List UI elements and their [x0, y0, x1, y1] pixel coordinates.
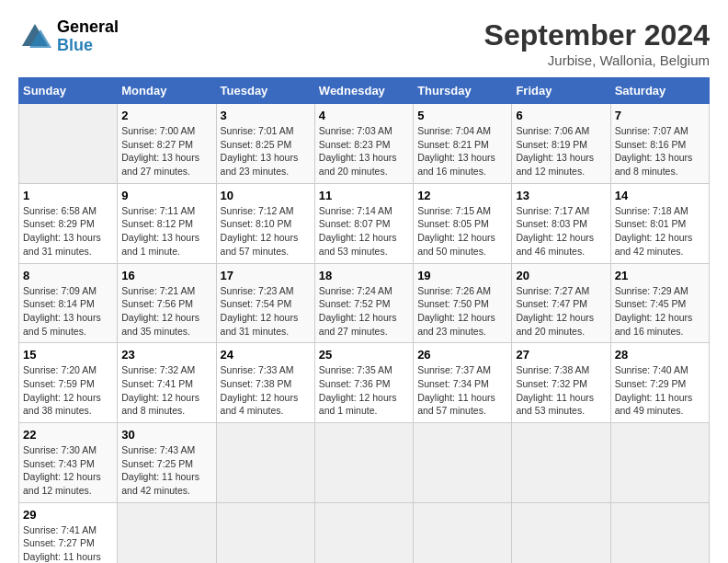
day-info: Sunrise: 7:06 AMSunset: 8:19 PMDaylight:… [516, 124, 606, 178]
day-number: 28 [615, 348, 705, 362]
day-number: 29 [23, 508, 113, 522]
day-info: Sunrise: 7:12 AMSunset: 8:10 PMDaylight:… [221, 204, 311, 259]
day-number: 23 [121, 348, 211, 362]
day-number: 14 [615, 189, 705, 202]
calendar-cell: 18Sunrise: 7:24 AMSunset: 7:52 PMDayligh… [314, 263, 413, 343]
day-number: 18 [319, 269, 409, 282]
calendar-cell: 5Sunrise: 7:04 AMSunset: 8:21 PMDaylight… [414, 104, 512, 184]
calendar-cell: 6Sunrise: 7:06 AMSunset: 8:19 PMDaylight… [512, 104, 610, 184]
calendar-cell: 8Sunrise: 7:09 AMSunset: 8:14 PMDaylight… [19, 263, 118, 343]
calendar-cell: 16Sunrise: 7:21 AMSunset: 7:56 PMDayligh… [118, 263, 216, 343]
logo-line2: Blue [57, 37, 119, 55]
logo-text: General Blue [57, 18, 119, 55]
day-info: Sunrise: 7:09 AMSunset: 8:14 PMDaylight:… [23, 284, 113, 339]
calendar-cell: 15Sunrise: 7:20 AMSunset: 7:59 PMDayligh… [19, 343, 118, 423]
calendar-cell [314, 502, 413, 563]
week-row-6: 29Sunrise: 7:41 AMSunset: 7:27 PMDayligh… [19, 502, 710, 563]
day-info: Sunrise: 7:35 AMSunset: 7:36 PMDaylight:… [319, 363, 409, 418]
day-info: Sunrise: 7:15 AMSunset: 8:05 PMDaylight:… [417, 204, 507, 259]
calendar-cell: 1Sunrise: 6:58 AMSunset: 8:29 PMDaylight… [19, 183, 118, 263]
day-header-tuesday: Tuesday [216, 78, 314, 104]
day-number: 16 [121, 269, 211, 282]
day-number: 3 [221, 109, 311, 122]
day-info: Sunrise: 7:40 AMSunset: 7:29 PMDaylight:… [615, 363, 705, 418]
day-number: 7 [615, 109, 705, 122]
header: General Blue September 2024 Jurbise, Wal… [18, 18, 710, 68]
calendar-cell [19, 104, 118, 184]
day-number: 30 [121, 428, 211, 442]
day-number: 4 [319, 109, 409, 122]
calendar-cell: 13Sunrise: 7:17 AMSunset: 8:03 PMDayligh… [512, 183, 610, 263]
day-number: 27 [516, 348, 606, 362]
day-info: Sunrise: 7:00 AMSunset: 8:27 PMDaylight:… [121, 124, 211, 178]
day-info: Sunrise: 7:17 AMSunset: 8:03 PMDaylight:… [516, 204, 606, 259]
calendar-cell: 14Sunrise: 7:18 AMSunset: 8:01 PMDayligh… [610, 183, 709, 263]
day-info: Sunrise: 7:18 AMSunset: 8:01 PMDaylight:… [615, 204, 705, 259]
calendar-cell [512, 502, 610, 563]
day-info: Sunrise: 7:29 AMSunset: 7:45 PMDaylight:… [615, 284, 705, 339]
week-row-5: 22Sunrise: 7:30 AMSunset: 7:43 PMDayligh… [19, 423, 710, 503]
logo-line1: General [57, 18, 119, 37]
week-row-3: 8Sunrise: 7:09 AMSunset: 8:14 PMDaylight… [19, 263, 710, 343]
day-number: 13 [516, 189, 606, 202]
day-header-monday: Monday [118, 78, 216, 104]
logo-icon [18, 20, 51, 53]
days-header-row: SundayMondayTuesdayWednesdayThursdayFrid… [19, 78, 710, 104]
calendar-cell [610, 423, 709, 503]
calendar-cell [216, 423, 314, 503]
calendar-cell: 23Sunrise: 7:32 AMSunset: 7:41 PMDayligh… [118, 343, 216, 423]
day-info: Sunrise: 7:33 AMSunset: 7:38 PMDaylight:… [221, 363, 311, 418]
week-row-4: 15Sunrise: 7:20 AMSunset: 7:59 PMDayligh… [19, 343, 710, 423]
day-number: 6 [516, 109, 606, 122]
day-info: Sunrise: 7:41 AMSunset: 7:27 PMDaylight:… [23, 523, 113, 563]
day-number: 15 [23, 348, 113, 362]
calendar-cell [610, 502, 709, 563]
day-info: Sunrise: 7:37 AMSunset: 7:34 PMDaylight:… [417, 363, 507, 418]
calendar-cell: 21Sunrise: 7:29 AMSunset: 7:45 PMDayligh… [610, 263, 709, 343]
day-info: Sunrise: 7:20 AMSunset: 7:59 PMDaylight:… [23, 363, 113, 418]
day-number: 5 [417, 109, 507, 122]
week-row-1: 2Sunrise: 7:00 AMSunset: 8:27 PMDaylight… [19, 104, 710, 184]
calendar-cell: 19Sunrise: 7:26 AMSunset: 7:50 PMDayligh… [414, 263, 512, 343]
calendar-cell: 17Sunrise: 7:23 AMSunset: 7:54 PMDayligh… [216, 263, 314, 343]
calendar-cell [414, 423, 512, 503]
day-header-friday: Friday [512, 78, 610, 104]
day-number: 10 [221, 189, 311, 202]
calendar-cell: 30Sunrise: 7:43 AMSunset: 7:25 PMDayligh… [118, 423, 216, 503]
calendar-cell: 12Sunrise: 7:15 AMSunset: 8:05 PMDayligh… [414, 183, 512, 263]
location: Jurbise, Wallonia, Belgium [484, 52, 710, 68]
day-number: 22 [23, 428, 113, 442]
calendar-cell: 3Sunrise: 7:01 AMSunset: 8:25 PMDaylight… [216, 104, 314, 184]
calendar-cell: 2Sunrise: 7:00 AMSunset: 8:27 PMDaylight… [118, 104, 216, 184]
calendar-cell: 7Sunrise: 7:07 AMSunset: 8:16 PMDaylight… [610, 104, 709, 184]
day-number: 2 [121, 109, 211, 122]
day-number: 21 [615, 269, 705, 282]
day-number: 19 [417, 269, 507, 282]
calendar-table: SundayMondayTuesdayWednesdayThursdayFrid… [18, 77, 710, 563]
day-number: 17 [221, 269, 311, 282]
day-number: 1 [23, 189, 113, 202]
day-info: Sunrise: 7:01 AMSunset: 8:25 PMDaylight:… [221, 124, 311, 178]
day-header-saturday: Saturday [610, 78, 709, 104]
day-info: Sunrise: 7:38 AMSunset: 7:32 PMDaylight:… [516, 363, 606, 418]
calendar-cell [216, 502, 314, 563]
day-header-sunday: Sunday [19, 78, 118, 104]
day-info: Sunrise: 7:21 AMSunset: 7:56 PMDaylight:… [121, 284, 211, 339]
calendar-cell [512, 423, 610, 503]
day-number: 25 [319, 348, 409, 362]
calendar-cell: 20Sunrise: 7:27 AMSunset: 7:47 PMDayligh… [512, 263, 610, 343]
month-year: September 2024 [484, 18, 710, 52]
day-info: Sunrise: 7:11 AMSunset: 8:12 PMDaylight:… [121, 204, 211, 259]
day-number: 8 [23, 269, 113, 282]
day-info: Sunrise: 6:58 AMSunset: 8:29 PMDaylight:… [23, 204, 113, 259]
day-info: Sunrise: 7:14 AMSunset: 8:07 PMDaylight:… [319, 204, 409, 259]
day-info: Sunrise: 7:24 AMSunset: 7:52 PMDaylight:… [319, 284, 409, 339]
day-info: Sunrise: 7:04 AMSunset: 8:21 PMDaylight:… [417, 124, 507, 178]
calendar-cell: 26Sunrise: 7:37 AMSunset: 7:34 PMDayligh… [414, 343, 512, 423]
day-header-wednesday: Wednesday [314, 78, 413, 104]
calendar-cell: 24Sunrise: 7:33 AMSunset: 7:38 PMDayligh… [216, 343, 314, 423]
day-info: Sunrise: 7:26 AMSunset: 7:50 PMDaylight:… [417, 284, 507, 339]
day-info: Sunrise: 7:23 AMSunset: 7:54 PMDaylight:… [221, 284, 311, 339]
day-number: 11 [319, 189, 409, 202]
calendar-cell: 10Sunrise: 7:12 AMSunset: 8:10 PMDayligh… [216, 183, 314, 263]
